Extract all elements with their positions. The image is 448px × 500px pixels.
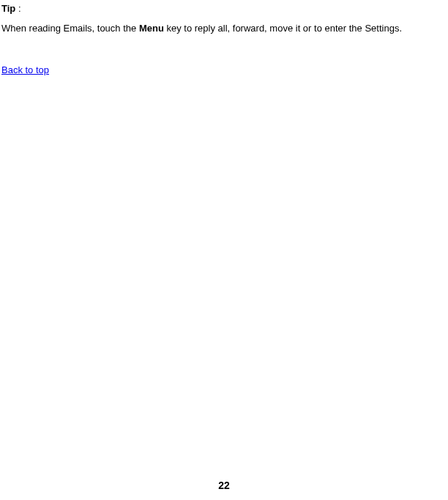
back-to-top-link[interactable]: Back to top: [1, 64, 49, 75]
tip-body-text: When reading Emails, touch the Menu key …: [1, 23, 447, 35]
body-part2: key to reply all, forward, move it or to…: [164, 23, 402, 34]
body-bold-menu: Menu: [139, 23, 164, 34]
page-number: 22: [0, 480, 448, 491]
body-part1: When reading Emails, touch the: [1, 23, 139, 34]
tip-label: Tip: [1, 3, 15, 14]
tip-colon: :: [15, 3, 20, 14]
tip-line: Tip :: [1, 3, 447, 14]
